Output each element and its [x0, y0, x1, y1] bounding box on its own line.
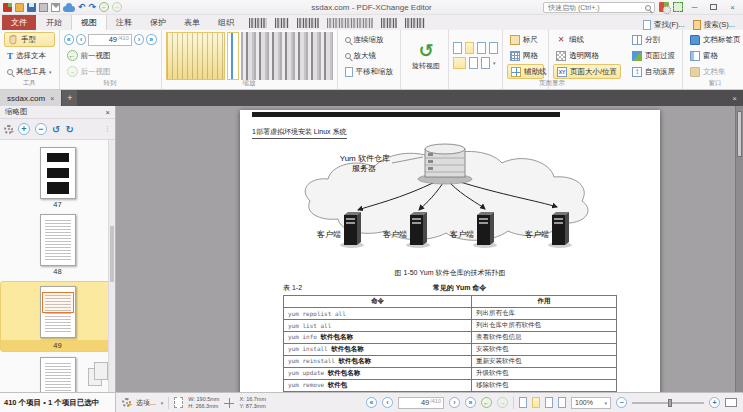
thin-lines-button[interactable]: ✕ 细线 [553, 32, 621, 47]
thumbnails-close-icon[interactable]: × [106, 108, 110, 117]
find-button[interactable]: 查找(F)... [643, 20, 685, 30]
previous-view-button[interactable]: ← 前一视图 [64, 49, 157, 64]
continuous-zoom-button[interactable]: 连续缩放 [342, 32, 397, 47]
print-icon[interactable] [39, 3, 48, 12]
document-tab-close-icon[interactable]: × [50, 95, 54, 102]
rotate-view-button[interactable]: ↺ 旋转视图 [405, 41, 447, 71]
guides-button[interactable]: 辅助线 [507, 64, 544, 79]
cloud-icon[interactable] [63, 6, 75, 12]
status-layout-two-up-continuous-icon[interactable] [558, 397, 566, 408]
first-page-button[interactable]: « [64, 34, 74, 45]
page-transitions-button[interactable]: 页面过渡 [629, 48, 678, 63]
page-layout-icon-3[interactable] [477, 42, 486, 54]
ribbon-tab-6[interactable]: 表单 [175, 15, 209, 30]
status-prev-page-button[interactable]: ‹ [382, 397, 393, 408]
next-view-button[interactable]: → 后一视图 [64, 64, 157, 79]
last-page-button[interactable]: » [146, 34, 156, 45]
other-tools-button[interactable]: 其他工具 ▾ [4, 64, 55, 79]
minimize-button[interactable]: ─ [687, 1, 702, 13]
status-previous-view-icon[interactable]: ← [481, 397, 492, 408]
open-icon[interactable] [15, 3, 24, 12]
fit-page-icon[interactable] [725, 398, 737, 407]
page-number-value[interactable]: 49 [109, 35, 117, 44]
zoom-glitch-selected[interactable] [166, 32, 226, 80]
thumbnails-zoom-out-icon[interactable]: − [35, 123, 47, 135]
document-scrollbar-thumb[interactable] [737, 111, 742, 157]
page-layout-icon-5[interactable] [453, 57, 466, 69]
forward-icon[interactable]: → [112, 2, 122, 12]
ribbon-tab-1[interactable]: 文件 [2, 15, 36, 30]
ribbon-tab-7[interactable]: 组织 [209, 15, 243, 30]
page-layout-icon-4[interactable] [489, 42, 498, 54]
page-layout-icon-6[interactable] [469, 57, 478, 69]
options-gear-icon[interactable]: + [122, 398, 131, 407]
document-tabs-button[interactable]: 文档标签页 [687, 32, 743, 47]
undo-icon[interactable]: ↶ [78, 3, 86, 12]
status-layout-two-up-icon[interactable] [545, 397, 553, 408]
page-number-box[interactable]: 49 /410 [88, 34, 131, 46]
ribbon-tab-4[interactable]: 注释 [107, 15, 141, 30]
split-button[interactable]: 分割 [629, 32, 678, 47]
fullscreen-icon[interactable] [673, 2, 683, 12]
status-last-page-button[interactable]: » [465, 397, 476, 408]
thumbnail-item-49[interactable]: 49 [0, 281, 115, 352]
zoom-out-button[interactable]: − [616, 397, 627, 408]
zoom-slider-thumb[interactable] [668, 399, 672, 407]
status-page-number-value[interactable]: 49 [421, 398, 429, 407]
document-tab[interactable]: ssdax.com × [0, 90, 61, 106]
overflow-menu-icon[interactable]: ⋮ [104, 125, 111, 133]
status-layout-single-icon[interactable] [519, 397, 527, 408]
close-button[interactable]: × [725, 1, 740, 13]
page-layout-icon-2[interactable] [465, 42, 474, 54]
options-label[interactable]: 选项... [136, 398, 156, 408]
prev-page-button[interactable]: ‹ [76, 34, 86, 45]
thumbnail-item-48[interactable]: 48 [0, 214, 115, 276]
ribbon-tab-3[interactable]: 视图 [71, 14, 107, 30]
select-text-button[interactable]: T 选择文本 [4, 48, 55, 63]
pan-zoom-button[interactable]: 平移和缩放 [342, 64, 397, 79]
quick-launch-box[interactable] [543, 2, 655, 13]
status-page-number-box[interactable]: 49 /410 [398, 397, 444, 409]
status-layout-continuous-icon[interactable] [532, 397, 540, 408]
hand-tool-button[interactable]: 手型 [4, 32, 55, 47]
thumbnail-item-47[interactable]: 47 [0, 147, 115, 209]
thumbnails-zoom-in-icon[interactable]: + [18, 123, 30, 135]
zoom-slider[interactable] [632, 402, 704, 404]
autoscroll-button[interactable]: 自动滚屏 [629, 64, 678, 79]
page-size-position-button[interactable]: XY 页面大小/位置 [553, 64, 621, 79]
loupe-button[interactable]: 放大镜 [342, 48, 397, 63]
email-icon[interactable] [51, 3, 60, 12]
back-icon[interactable]: ← [99, 2, 109, 12]
page-layout-icon-7[interactable] [481, 57, 490, 69]
save-icon[interactable] [27, 3, 36, 12]
ui-options-icon[interactable] [659, 2, 669, 12]
tab-strip-close-icon[interactable]: × [726, 90, 743, 106]
transparency-grid-button[interactable]: 透明网格 [553, 48, 621, 63]
thumbnail-scroll-area[interactable]: 47484950 [0, 140, 115, 392]
document-area[interactable]: 1部署虚拟环境安装 Linux 系统 [116, 106, 743, 392]
thumbnails-scrollbar[interactable] [108, 140, 115, 392]
quick-launch-input[interactable] [548, 3, 640, 12]
next-page-button[interactable]: › [134, 34, 144, 45]
ruler-button[interactable]: 标尺 [507, 32, 544, 47]
rotate-right-icon[interactable]: ↻ [65, 124, 73, 135]
thumbnails-options-gear-icon[interactable]: + [4, 125, 13, 134]
panes-button[interactable]: 窗格 [687, 48, 743, 63]
zoom-in-button[interactable]: + [709, 397, 720, 408]
document-set-button[interactable]: 文档集 [687, 64, 743, 79]
status-first-page-button[interactable]: « [366, 397, 377, 408]
grid-button[interactable]: 网格 [507, 48, 544, 63]
zoom-level-dropdown[interactable]: 100% ▾ [571, 397, 611, 409]
thumbnails-scrollbar-thumb[interactable] [110, 226, 114, 282]
status-next-page-button[interactable]: › [449, 397, 460, 408]
rotate-left-icon[interactable]: ↺ [52, 124, 60, 135]
ribbon-tab-2[interactable]: 开始 [37, 15, 71, 30]
page-layout-icon-1[interactable] [453, 42, 462, 54]
status-next-view-icon[interactable]: → [497, 397, 508, 408]
new-tab-button[interactable]: + [62, 90, 77, 106]
ribbon-tab-5[interactable]: 保护 [141, 15, 175, 30]
redo-icon[interactable]: ↷ [89, 3, 97, 12]
restore-button[interactable] [706, 1, 721, 13]
document-scrollbar[interactable] [735, 106, 743, 392]
search-button[interactable]: 搜索(S)... [693, 20, 735, 30]
